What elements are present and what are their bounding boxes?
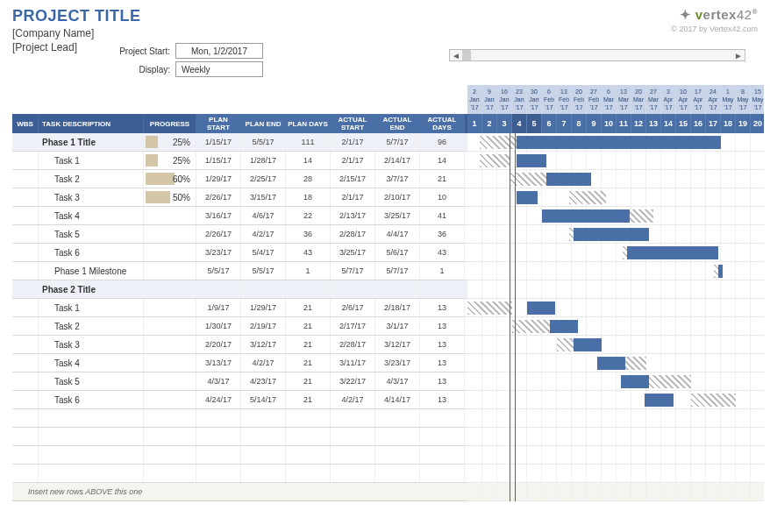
- actual-days-cell[interactable]: [420, 280, 465, 298]
- task-cell[interactable]: Task 6: [39, 244, 144, 261]
- actual-days-cell[interactable]: 13: [420, 391, 465, 408]
- plan-days-cell[interactable]: 21: [286, 391, 331, 408]
- wbs-cell[interactable]: [12, 354, 39, 372]
- task-row[interactable]: Phase 1 Milestone5/5/175/5/1715/7/175/7/…: [12, 262, 467, 280]
- task-row[interactable]: Task 43/13/174/2/17213/11/173/23/1713: [12, 354, 467, 372]
- wbs-cell[interactable]: [12, 152, 39, 169]
- task-cell[interactable]: Task 3: [39, 336, 144, 353]
- actual-days-cell[interactable]: 1: [420, 262, 465, 280]
- actual-days-cell[interactable]: 41: [420, 207, 465, 224]
- actual-start-cell[interactable]: 2/28/17: [331, 225, 375, 243]
- actual-end-cell[interactable]: 3/12/17: [375, 336, 420, 353]
- plan-end-cell[interactable]: 2/19/17: [241, 317, 286, 335]
- wbs-cell[interactable]: [12, 133, 39, 151]
- plan-end-cell[interactable]: 4/2/17: [241, 354, 286, 372]
- display-input[interactable]: Weekly: [175, 61, 263, 77]
- actual-days-cell[interactable]: 21: [420, 170, 465, 188]
- actual-start-cell[interactable]: 2/6/17: [331, 299, 375, 316]
- progress-cell[interactable]: [144, 225, 196, 243]
- plan-end-cell[interactable]: 4/6/17: [241, 207, 286, 224]
- wbs-cell[interactable]: [12, 262, 39, 280]
- plan-start-cell[interactable]: 1/30/17: [196, 317, 241, 335]
- actual-start-cell[interactable]: 4/2/17: [331, 391, 375, 408]
- task-cell[interactable]: Phase 1 Milestone: [39, 262, 144, 280]
- plan-end-cell[interactable]: 5/5/17: [241, 262, 286, 280]
- task-row[interactable]: Task 32/20/173/12/17212/28/173/12/1713: [12, 336, 467, 354]
- actual-days-cell[interactable]: 10: [420, 188, 465, 206]
- actual-days-cell[interactable]: 13: [420, 336, 465, 353]
- task-row[interactable]: Task 43/16/174/6/17222/13/173/25/1741: [12, 207, 467, 225]
- plan-start-cell[interactable]: 4/24/17: [196, 391, 241, 408]
- plan-start-cell[interactable]: 3/16/17: [196, 207, 241, 224]
- plan-end-cell[interactable]: 3/15/17: [241, 188, 286, 206]
- phase-row[interactable]: Phase 1 Title25%1/15/175/5/171112/1/175/…: [12, 133, 467, 152]
- plan-end-cell[interactable]: 4/23/17: [241, 372, 286, 390]
- progress-cell[interactable]: 60%: [144, 170, 196, 188]
- wbs-cell[interactable]: [12, 244, 39, 261]
- progress-cell[interactable]: 25%: [144, 133, 196, 151]
- actual-start-cell[interactable]: 2/1/17: [331, 152, 375, 169]
- actual-start-cell[interactable]: 3/22/17: [331, 372, 375, 390]
- plan-days-cell[interactable]: [286, 280, 331, 298]
- actual-start-cell[interactable]: 2/15/17: [331, 170, 375, 188]
- plan-end-cell[interactable]: 1/29/17: [241, 299, 286, 316]
- actual-end-cell[interactable]: 5/7/17: [375, 133, 420, 151]
- progress-cell[interactable]: [144, 336, 196, 353]
- empty-row[interactable]: [12, 465, 467, 483]
- plan-days-cell[interactable]: 21: [286, 317, 331, 335]
- actual-start-cell[interactable]: 2/1/17: [331, 133, 375, 151]
- plan-end-cell[interactable]: [241, 280, 286, 298]
- actual-days-cell[interactable]: 13: [420, 317, 465, 335]
- actual-days-cell[interactable]: 96: [420, 133, 465, 151]
- plan-days-cell[interactable]: 21: [286, 336, 331, 353]
- actual-start-cell[interactable]: [331, 280, 375, 298]
- actual-days-cell[interactable]: 14: [420, 152, 465, 169]
- plan-start-cell[interactable]: 2/26/17: [196, 188, 241, 206]
- task-cell[interactable]: Task 1: [39, 299, 144, 316]
- task-cell[interactable]: Task 3: [39, 188, 144, 206]
- plan-days-cell[interactable]: 111: [286, 133, 331, 151]
- actual-end-cell[interactable]: 5/7/17: [375, 262, 420, 280]
- project-start-input[interactable]: Mon, 1/2/2017: [175, 43, 263, 59]
- progress-cell[interactable]: 25%: [144, 152, 196, 169]
- progress-cell[interactable]: [144, 207, 196, 224]
- scroll-right-icon[interactable]: ►: [732, 50, 745, 60]
- progress-cell[interactable]: [144, 262, 196, 280]
- plan-start-cell[interactable]: 1/9/17: [196, 299, 241, 316]
- actual-start-cell[interactable]: 3/25/17: [331, 244, 375, 261]
- plan-start-cell[interactable]: 1/29/17: [196, 170, 241, 188]
- task-row[interactable]: Task 63/23/175/4/17433/25/175/6/1743: [12, 244, 467, 262]
- plan-end-cell[interactable]: 2/25/17: [241, 170, 286, 188]
- actual-end-cell[interactable]: 4/4/17: [375, 225, 420, 243]
- actual-end-cell[interactable]: 2/14/17: [375, 152, 420, 169]
- timeline-scrollbar[interactable]: ◄ ►: [449, 49, 745, 61]
- actual-end-cell[interactable]: 4/3/17: [375, 372, 420, 390]
- task-cell[interactable]: Phase 1 Title: [39, 133, 144, 151]
- scroll-thumb[interactable]: [462, 50, 471, 60]
- plan-days-cell[interactable]: 22: [286, 207, 331, 224]
- plan-end-cell[interactable]: 5/14/17: [241, 391, 286, 408]
- plan-start-cell[interactable]: 2/26/17: [196, 225, 241, 243]
- wbs-cell[interactable]: [12, 336, 39, 353]
- actual-end-cell[interactable]: 2/10/17: [375, 188, 420, 206]
- task-row[interactable]: Task 21/30/172/19/17212/17/173/1/1713: [12, 317, 467, 336]
- actual-end-cell[interactable]: 4/14/17: [375, 391, 420, 408]
- plan-start-cell[interactable]: 1/15/17: [196, 133, 241, 151]
- task-cell[interactable]: Task 4: [39, 207, 144, 224]
- task-row[interactable]: Task 52/26/174/2/17362/28/174/4/1736: [12, 225, 467, 244]
- actual-start-cell[interactable]: 2/13/17: [331, 207, 375, 224]
- task-row[interactable]: Task 350%2/26/173/15/17182/1/172/10/1710: [12, 188, 467, 207]
- progress-cell[interactable]: [144, 372, 196, 390]
- plan-end-cell[interactable]: 3/12/17: [241, 336, 286, 353]
- plan-end-cell[interactable]: 1/28/17: [241, 152, 286, 169]
- task-cell[interactable]: Task 2: [39, 317, 144, 335]
- actual-start-cell[interactable]: 5/7/17: [331, 262, 375, 280]
- actual-end-cell[interactable]: 3/23/17: [375, 354, 420, 372]
- task-row[interactable]: Task 260%1/29/172/25/17282/15/173/7/1721: [12, 170, 467, 188]
- actual-end-cell[interactable]: [375, 280, 420, 298]
- wbs-cell[interactable]: [12, 299, 39, 316]
- phase-row[interactable]: Phase 2 Title: [12, 280, 467, 299]
- actual-start-cell[interactable]: 2/1/17: [331, 188, 375, 206]
- actual-start-cell[interactable]: 2/17/17: [331, 317, 375, 335]
- plan-days-cell[interactable]: 14: [286, 152, 331, 169]
